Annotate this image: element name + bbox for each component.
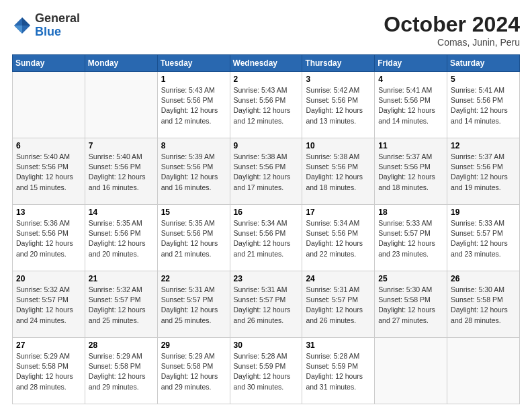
day-number: 22 (161, 274, 226, 283)
calendar-cell: 4Sunrise: 5:41 AM Sunset: 5:56 PM Daylig… (375, 72, 447, 138)
day-info: Sunrise: 5:35 AM Sunset: 5:56 PM Dayligh… (161, 218, 226, 259)
day-number: 16 (234, 208, 299, 217)
calendar-cell: 6Sunrise: 5:40 AM Sunset: 5:56 PM Daylig… (13, 138, 85, 205)
day-number: 9 (234, 141, 299, 150)
header: General Blue October 2024 Comas, Junin, … (12, 12, 520, 48)
day-number: 7 (89, 141, 154, 150)
day-number: 14 (89, 208, 154, 217)
calendar-cell: 14Sunrise: 5:35 AM Sunset: 5:56 PM Dayli… (85, 205, 157, 271)
svg-marker-2 (14, 26, 22, 34)
day-number: 6 (16, 141, 81, 150)
day-info: Sunrise: 5:32 AM Sunset: 5:57 PM Dayligh… (16, 285, 81, 326)
day-info: Sunrise: 5:30 AM Sunset: 5:58 PM Dayligh… (451, 285, 516, 326)
calendar-week-4: 20Sunrise: 5:32 AM Sunset: 5:57 PM Dayli… (13, 271, 520, 338)
calendar-cell: 23Sunrise: 5:31 AM Sunset: 5:57 PM Dayli… (230, 271, 302, 338)
calendar-week-1: 1Sunrise: 5:43 AM Sunset: 5:56 PM Daylig… (13, 72, 520, 138)
calendar-cell: 22Sunrise: 5:31 AM Sunset: 5:57 PM Dayli… (157, 271, 230, 338)
calendar-cell: 8Sunrise: 5:39 AM Sunset: 5:56 PM Daylig… (157, 138, 230, 205)
calendar-week-5: 27Sunrise: 5:29 AM Sunset: 5:58 PM Dayli… (13, 338, 520, 404)
calendar-cell: 18Sunrise: 5:33 AM Sunset: 5:57 PM Dayli… (375, 205, 447, 271)
calendar-cell: 21Sunrise: 5:32 AM Sunset: 5:57 PM Dayli… (85, 271, 157, 338)
day-info: Sunrise: 5:41 AM Sunset: 5:56 PM Dayligh… (378, 85, 443, 126)
day-info: Sunrise: 5:40 AM Sunset: 5:56 PM Dayligh… (16, 152, 81, 193)
calendar-cell: 31Sunrise: 5:28 AM Sunset: 5:59 PM Dayli… (302, 338, 375, 404)
day-number: 1 (161, 75, 226, 84)
day-number: 27 (16, 340, 81, 350)
day-info: Sunrise: 5:29 AM Sunset: 5:58 PM Dayligh… (89, 351, 154, 392)
day-number: 13 (16, 208, 81, 217)
calendar-cell: 11Sunrise: 5:37 AM Sunset: 5:56 PM Dayli… (375, 138, 447, 205)
day-number: 18 (378, 208, 443, 217)
day-info: Sunrise: 5:31 AM Sunset: 5:57 PM Dayligh… (234, 285, 299, 326)
day-info: Sunrise: 5:42 AM Sunset: 5:56 PM Dayligh… (306, 85, 371, 126)
col-header-saturday: Saturday (447, 55, 520, 72)
day-number: 17 (306, 208, 371, 217)
day-info: Sunrise: 5:39 AM Sunset: 5:56 PM Dayligh… (161, 152, 226, 193)
month-title: October 2024 (384, 12, 520, 37)
day-info: Sunrise: 5:29 AM Sunset: 5:58 PM Dayligh… (161, 351, 226, 392)
calendar-header-row: SundayMondayTuesdayWednesdayThursdayFrid… (13, 55, 520, 72)
day-info: Sunrise: 5:34 AM Sunset: 5:56 PM Dayligh… (234, 218, 299, 259)
calendar-cell: 3Sunrise: 5:42 AM Sunset: 5:56 PM Daylig… (302, 72, 375, 138)
day-info: Sunrise: 5:33 AM Sunset: 5:57 PM Dayligh… (451, 218, 516, 259)
calendar-cell: 27Sunrise: 5:29 AM Sunset: 5:58 PM Dayli… (13, 338, 85, 404)
day-number: 29 (161, 340, 226, 350)
logo-icon (12, 15, 32, 36)
logo-blue: Blue (35, 26, 80, 39)
calendar-cell (13, 72, 85, 138)
col-header-monday: Monday (85, 55, 157, 72)
main-container: General Blue October 2024 Comas, Junin, … (0, 0, 532, 411)
day-info: Sunrise: 5:38 AM Sunset: 5:56 PM Dayligh… (234, 152, 299, 193)
calendar-cell: 1Sunrise: 5:43 AM Sunset: 5:56 PM Daylig… (157, 72, 230, 138)
day-info: Sunrise: 5:31 AM Sunset: 5:57 PM Dayligh… (161, 285, 226, 326)
calendar-table: SundayMondayTuesdayWednesdayThursdayFrid… (12, 54, 520, 404)
logo-general: General (35, 12, 80, 26)
day-info: Sunrise: 5:28 AM Sunset: 5:59 PM Dayligh… (306, 351, 371, 392)
day-number: 11 (378, 141, 443, 150)
calendar-cell: 15Sunrise: 5:35 AM Sunset: 5:56 PM Dayli… (157, 205, 230, 271)
calendar-cell: 9Sunrise: 5:38 AM Sunset: 5:56 PM Daylig… (230, 138, 302, 205)
calendar-cell (85, 72, 157, 138)
day-info: Sunrise: 5:37 AM Sunset: 5:56 PM Dayligh… (378, 152, 443, 193)
col-header-tuesday: Tuesday (157, 55, 230, 72)
day-info: Sunrise: 5:41 AM Sunset: 5:56 PM Dayligh… (451, 85, 516, 126)
calendar-week-2: 6Sunrise: 5:40 AM Sunset: 5:56 PM Daylig… (13, 138, 520, 205)
day-number: 26 (451, 274, 516, 283)
col-header-friday: Friday (375, 55, 447, 72)
calendar-cell: 16Sunrise: 5:34 AM Sunset: 5:56 PM Dayli… (230, 205, 302, 271)
day-number: 12 (451, 141, 516, 150)
day-info: Sunrise: 5:31 AM Sunset: 5:57 PM Dayligh… (306, 285, 371, 326)
calendar-week-3: 13Sunrise: 5:36 AM Sunset: 5:56 PM Dayli… (13, 205, 520, 271)
calendar-cell: 13Sunrise: 5:36 AM Sunset: 5:56 PM Dayli… (13, 205, 85, 271)
day-number: 19 (451, 208, 516, 217)
logo-text: General Blue (35, 12, 80, 39)
calendar-cell (375, 338, 447, 404)
col-header-thursday: Thursday (302, 55, 375, 72)
day-number: 23 (234, 274, 299, 283)
calendar-cell: 28Sunrise: 5:29 AM Sunset: 5:58 PM Dayli… (85, 338, 157, 404)
calendar-cell: 10Sunrise: 5:38 AM Sunset: 5:56 PM Dayli… (302, 138, 375, 205)
col-header-sunday: Sunday (13, 55, 85, 72)
calendar-cell: 26Sunrise: 5:30 AM Sunset: 5:58 PM Dayli… (447, 271, 520, 338)
day-info: Sunrise: 5:35 AM Sunset: 5:56 PM Dayligh… (89, 218, 154, 259)
col-header-wednesday: Wednesday (230, 55, 302, 72)
day-info: Sunrise: 5:36 AM Sunset: 5:56 PM Dayligh… (16, 218, 81, 259)
calendar-cell: 12Sunrise: 5:37 AM Sunset: 5:56 PM Dayli… (447, 138, 520, 205)
title-block: October 2024 Comas, Junin, Peru (384, 12, 520, 48)
day-number: 4 (378, 75, 443, 84)
day-info: Sunrise: 5:30 AM Sunset: 5:58 PM Dayligh… (378, 285, 443, 326)
calendar-cell: 20Sunrise: 5:32 AM Sunset: 5:57 PM Dayli… (13, 271, 85, 338)
calendar-cell: 2Sunrise: 5:43 AM Sunset: 5:56 PM Daylig… (230, 72, 302, 138)
calendar-cell: 30Sunrise: 5:28 AM Sunset: 5:59 PM Dayli… (230, 338, 302, 404)
day-number: 2 (234, 75, 299, 84)
day-number: 3 (306, 75, 371, 84)
day-number: 21 (89, 274, 154, 283)
day-info: Sunrise: 5:40 AM Sunset: 5:56 PM Dayligh… (89, 152, 154, 193)
day-number: 20 (16, 274, 81, 283)
day-number: 5 (451, 75, 516, 84)
day-number: 8 (161, 141, 226, 150)
calendar-cell: 19Sunrise: 5:33 AM Sunset: 5:57 PM Dayli… (447, 205, 520, 271)
day-number: 28 (89, 340, 154, 350)
calendar-cell: 5Sunrise: 5:41 AM Sunset: 5:56 PM Daylig… (447, 72, 520, 138)
day-info: Sunrise: 5:33 AM Sunset: 5:57 PM Dayligh… (378, 218, 443, 259)
